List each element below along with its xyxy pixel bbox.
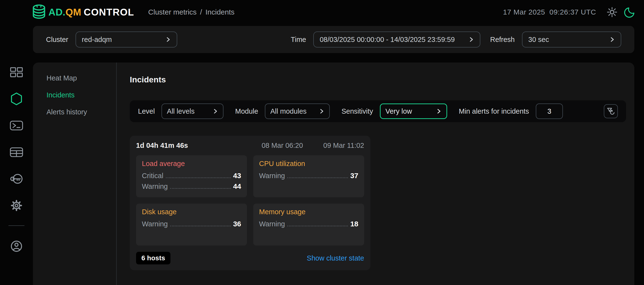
incidents-filter-row: Level All levels Module All modules — [130, 100, 626, 122]
chevron-right-icon — [213, 108, 218, 114]
dark-theme-button[interactable] — [624, 7, 635, 18]
level-filter-group: Level All levels — [138, 104, 224, 119]
light-theme-button[interactable] — [606, 6, 618, 18]
metric-tile-load-average: Load average Critical 43 Warning 44 — [136, 155, 247, 197]
level-select[interactable]: All levels — [162, 104, 224, 119]
cluster-select[interactable]: red-adqm — [76, 32, 177, 48]
sidebar-item-access-keys[interactable] — [9, 171, 24, 187]
sidebar-item-tables[interactable] — [9, 144, 24, 160]
main-panel: Heat Map Incidents Alerts history Incide… — [33, 63, 634, 285]
metric-tile-memory-usage: Memory usage Warning 18 — [253, 204, 364, 245]
incident-card-header: 1d 04h 41m 46s 08 Mar 06:20 09 Mar 11:02 — [136, 142, 364, 150]
tile-row: Warning 37 — [259, 172, 358, 180]
min-alerts-label: Min alerts for incidents — [459, 107, 529, 115]
reset-filters-button[interactable] — [604, 104, 618, 118]
database-logo-icon — [32, 4, 46, 20]
tile-row: Warning 18 — [259, 220, 358, 228]
icon-rail — [0, 63, 33, 285]
subnav-item-heat-map[interactable]: Heat Map — [46, 74, 116, 82]
subnav-item-incidents[interactable]: Incidents — [46, 91, 116, 99]
page-title: Incidents — [130, 75, 626, 84]
chevron-right-icon — [610, 37, 615, 42]
module-filter-group: Module All modules — [235, 104, 330, 119]
chevron-right-icon — [319, 108, 324, 114]
sidebar-item-dashboard[interactable] — [9, 65, 24, 80]
incident-start-time: 08 Mar 06:20 — [262, 142, 303, 150]
refresh-select[interactable]: 30 sec — [522, 32, 621, 48]
sidebar-item-settings[interactable] — [9, 198, 24, 213]
global-filter-bar: Cluster red-adqm Time 08/03/2025 00:00:0… — [33, 26, 634, 53]
dotted-leader — [170, 226, 231, 226]
refresh-label: Refresh — [490, 36, 515, 44]
metric-tile-cpu-utilization: CPU utilization Warning 37 — [253, 155, 364, 197]
chevron-right-icon — [436, 108, 442, 114]
time-label: Time — [291, 36, 306, 44]
cluster-label: Cluster — [46, 36, 68, 44]
user-account-icon — [11, 240, 22, 252]
logo-text: AD.QMCONTROL — [48, 7, 134, 18]
min-alerts-group: Min alerts for incidents — [459, 104, 563, 119]
cluster-filter-group: Cluster red-adqm — [46, 32, 177, 48]
tile-row: Critical 43 — [142, 172, 241, 180]
dotted-leader — [288, 226, 348, 226]
incidents-section: Incidents Level All levels Module All mo — [117, 63, 634, 285]
rail-divider — [8, 225, 24, 226]
chevron-right-icon — [469, 37, 474, 42]
tile-row: Warning 44 — [142, 182, 241, 190]
data-table-icon — [10, 147, 23, 157]
sidebar-item-cluster-metrics[interactable] — [9, 91, 24, 107]
time-refresh-group: Time 08/03/2025 00:00:00 - 14/03/2025 23… — [291, 32, 621, 48]
cluster-hexagon-icon — [10, 92, 22, 105]
sidebar-item-account[interactable] — [9, 238, 24, 254]
tile-title: Memory usage — [259, 208, 358, 216]
metric-tiles: Load average Critical 43 Warning 44 — [136, 155, 364, 245]
incident-end-time: 09 Mar 11:02 — [323, 142, 364, 150]
chevron-right-icon — [166, 37, 171, 42]
time-range-select[interactable]: 08/03/2025 00:00:00 - 14/03/2025 23:59:5… — [313, 32, 480, 48]
incident-duration: 1d 04h 41m 46s — [136, 142, 188, 150]
min-alerts-input[interactable] — [536, 104, 563, 119]
filter-reset-icon — [607, 107, 615, 115]
tile-title: Load average — [142, 160, 241, 168]
sensitivity-label: Sensitivity — [341, 107, 373, 115]
content: Heat Map Incidents Alerts history Incide… — [0, 63, 644, 285]
sensitivity-select[interactable]: Very low — [380, 104, 447, 119]
module-select[interactable]: All modules — [265, 104, 330, 119]
incident-card-footer: 6 hosts Show cluster state — [136, 252, 364, 264]
incident-card: 1d 04h 41m 46s 08 Mar 06:20 09 Mar 11:02… — [130, 136, 370, 270]
tile-row: Warning 36 — [142, 220, 241, 228]
settings-gear-icon — [11, 200, 22, 211]
topbar: AD.QMCONTROL Cluster metrics / Incidents… — [0, 0, 644, 24]
dashboard-grid-icon — [10, 67, 23, 77]
metric-tile-disk-usage: Disk usage Warning 36 — [136, 204, 247, 245]
moon-icon — [624, 7, 635, 18]
dotted-leader — [288, 177, 348, 178]
subnav-item-alerts-history[interactable]: Alerts history — [46, 108, 116, 116]
topbar-right: 17 Mar 2025 09:26:37 UTC — [503, 6, 635, 18]
dotted-leader — [166, 177, 231, 178]
access-key-icon — [10, 173, 23, 184]
logo[interactable]: AD.QMCONTROL — [32, 4, 134, 20]
breadcrumb-section[interactable]: Cluster metrics — [148, 8, 196, 16]
module-label: Module — [235, 107, 258, 115]
tile-title: Disk usage — [142, 208, 241, 216]
terminal-icon — [10, 121, 23, 130]
section-nav: Heat Map Incidents Alerts history — [33, 63, 116, 285]
sun-icon — [606, 6, 618, 18]
utc-clock: 17 Mar 2025 09:26:37 UTC — [503, 8, 596, 16]
tile-title: CPU utilization — [259, 160, 358, 168]
breadcrumb-separator: / — [200, 8, 202, 16]
show-cluster-state-link[interactable]: Show cluster state — [307, 254, 364, 262]
hosts-count-badge: 6 hosts — [136, 252, 170, 264]
breadcrumb-page: Incidents — [205, 8, 234, 16]
dotted-leader — [170, 188, 231, 189]
sidebar-item-terminal[interactable] — [9, 118, 24, 133]
level-label: Level — [138, 107, 155, 115]
sensitivity-filter-group: Sensitivity Very low — [341, 104, 447, 119]
breadcrumb: Cluster metrics / Incidents — [148, 8, 234, 16]
